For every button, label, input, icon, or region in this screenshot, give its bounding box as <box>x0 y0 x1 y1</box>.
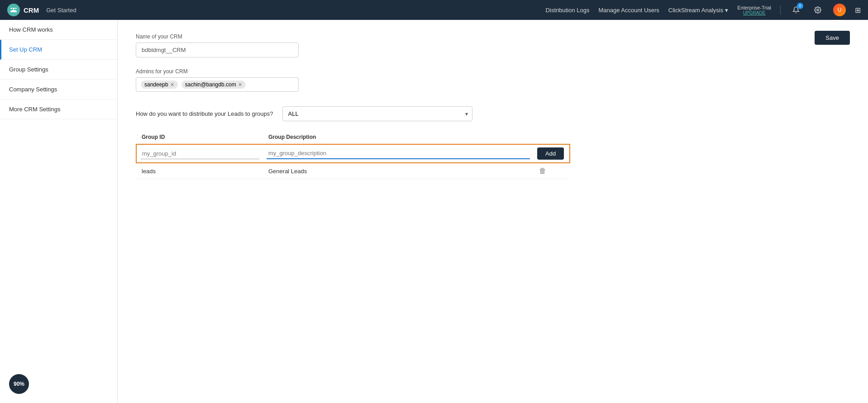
topnav: CRM Get Started Distribution Logs Manage… <box>0 0 868 20</box>
settings-button[interactable] <box>811 4 824 16</box>
admins-section: Admins for your CRM sandeepb ✕ sachin@ba… <box>136 68 850 92</box>
logo-text: CRM <box>24 6 39 14</box>
sidebar-item-more-crm-settings[interactable]: More CRM Settings <box>0 100 117 119</box>
crm-name-section: Name of your CRM <box>136 33 850 57</box>
get-started-link[interactable]: Get Started <box>46 7 76 14</box>
crm-logo-icon <box>7 4 20 16</box>
sidebar-item-group-settings[interactable]: Group Settings <box>0 60 117 80</box>
sidebar-item-how-crm-works[interactable]: How CRM works <box>0 20 117 40</box>
clickstream-link[interactable]: ClickStream Analysis ▾ <box>668 7 728 14</box>
sidebar-item-set-up-crm[interactable]: Set Up CRM <box>0 40 117 60</box>
distribution-logs-link[interactable]: Distribution Logs <box>546 7 590 14</box>
nav-divider <box>780 5 781 14</box>
distribute-select[interactable]: ALL <box>282 106 472 121</box>
group-table: Group ID Group Description Add <box>136 130 570 179</box>
sidebar-item-company-settings[interactable]: Company Settings <box>0 80 117 100</box>
upgrade-link[interactable]: UPGRADE <box>743 10 765 15</box>
notifications-button[interactable]: 0 <box>790 4 802 16</box>
group-id-input[interactable] <box>140 148 259 159</box>
topnav-right: Distribution Logs Manage Account Users C… <box>546 4 861 16</box>
admins-field[interactable]: sandeepb ✕ sachin@bangdb.com ✕ <box>136 77 299 92</box>
distribute-section: How do you want to distribute your Leads… <box>136 106 850 121</box>
table-row: leads General Leads 🗑 <box>136 163 570 179</box>
chevron-down-icon: ▾ <box>725 7 728 14</box>
page-layout: How CRM works Set Up CRM Group Settings … <box>0 20 868 403</box>
group-desc-cell: General Leads <box>263 163 534 179</box>
add-group-button[interactable]: Add <box>537 147 564 160</box>
col-header-group-desc: Group Description <box>263 130 534 144</box>
save-button[interactable]: Save <box>815 31 850 45</box>
group-id-cell: leads <box>136 163 263 179</box>
crm-name-label: Name of your CRM <box>136 33 850 40</box>
admin-tag-1: sachin@bangdb.com ✕ <box>181 81 246 89</box>
crm-name-input[interactable] <box>136 43 299 57</box>
svg-point-0 <box>817 9 819 11</box>
enterprise-trial-info: Enterprise-Trial UPGRADE <box>737 5 771 15</box>
notification-badge: 0 <box>797 3 803 9</box>
progress-badge[interactable]: 90% <box>9 374 29 394</box>
distribute-select-wrapper: ALL ▾ <box>282 106 472 121</box>
grid-apps-icon[interactable]: ⊞ <box>855 6 861 14</box>
user-avatar[interactable]: U <box>833 4 846 16</box>
sidebar: How CRM works Set Up CRM Group Settings … <box>0 20 118 403</box>
logo-area: CRM <box>7 4 39 16</box>
main-content: Save Name of your CRM Admins for your CR… <box>118 20 868 403</box>
delete-group-icon[interactable]: 🗑 <box>539 167 546 175</box>
admins-label: Admins for your CRM <box>136 68 850 75</box>
remove-admin-1[interactable]: ✕ <box>238 82 242 88</box>
manage-account-users-link[interactable]: Manage Account Users <box>598 7 659 14</box>
remove-admin-0[interactable]: ✕ <box>170 82 174 88</box>
admin-tag-0: sandeepb ✕ <box>141 81 178 89</box>
col-header-group-id: Group ID <box>136 130 263 144</box>
add-group-row: Add <box>136 144 570 163</box>
topnav-left: CRM Get Started <box>7 4 76 16</box>
group-desc-input[interactable] <box>267 148 530 159</box>
distribute-label: How do you want to distribute your Leads… <box>136 110 273 117</box>
